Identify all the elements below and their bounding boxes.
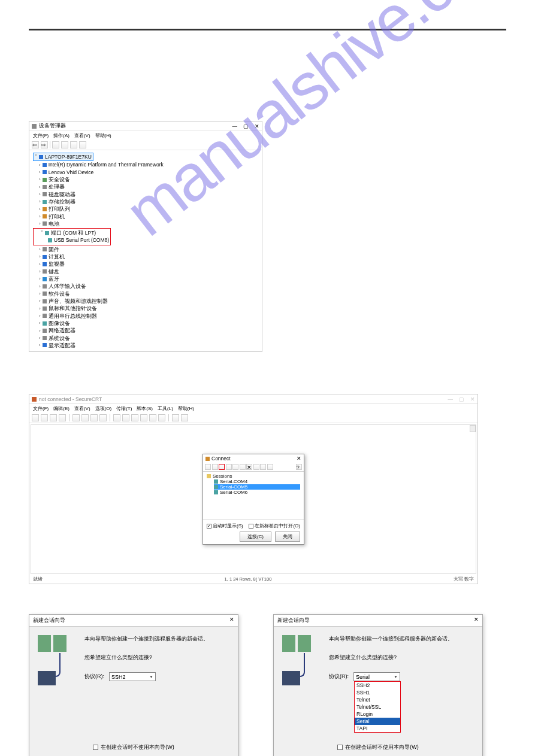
- toolbar-btn[interactable]: [99, 414, 107, 421]
- chk-skip-wizard[interactable]: 在创建会话时不使用本向导(W): [282, 743, 474, 751]
- tree-node[interactable]: ›安全设备: [39, 176, 258, 183]
- menu-transfer[interactable]: 传输(T): [116, 405, 132, 412]
- toolbar-btn[interactable]: [41, 414, 48, 421]
- tree-node[interactable]: ›图像设备: [39, 320, 258, 327]
- menu-help[interactable]: 帮助(H): [178, 405, 194, 412]
- chk-open-tab[interactable]: 在新标签页中打开(O): [249, 523, 300, 529]
- tree-node[interactable]: ›软件设备: [39, 290, 258, 297]
- tree-node[interactable]: ›声音、视频和游戏控制器: [39, 297, 258, 305]
- tb-btn[interactable]: [212, 464, 218, 470]
- tb-btn[interactable]: [240, 464, 246, 470]
- tree-node[interactable]: ›监视器: [39, 260, 258, 268]
- toolbar-btn-4[interactable]: [79, 141, 86, 148]
- tree-node[interactable]: ›系统设备: [39, 335, 258, 342]
- tb-btn[interactable]: [226, 464, 232, 470]
- tree-node[interactable]: ›电池: [39, 220, 258, 227]
- chk-show-startup[interactable]: ✓启动时显示(S): [207, 523, 243, 529]
- toolbar-btn-1[interactable]: [52, 141, 59, 148]
- session-item[interactable]: Serial-COM4: [214, 479, 300, 484]
- tree-node[interactable]: ›蓝牙: [39, 275, 258, 283]
- menu-file[interactable]: 文件(F): [33, 405, 49, 412]
- dropdown-option[interactable]: SSH1: [355, 689, 400, 696]
- menu-file[interactable]: 文件(F): [33, 132, 49, 139]
- tree-node[interactable]: ›Lenovo Vhid Device: [39, 169, 258, 176]
- tb-btn[interactable]: [232, 464, 238, 470]
- connect-button[interactable]: 连接(C): [240, 532, 271, 542]
- close-button[interactable]: ✕: [255, 123, 259, 129]
- maximize-button[interactable]: ▢: [243, 123, 249, 129]
- tb-btn[interactable]: [253, 464, 259, 470]
- toolbar-btn[interactable]: [81, 414, 89, 421]
- dropdown-option[interactable]: RLogin: [355, 711, 400, 718]
- close-dialog-button[interactable]: 关闭: [275, 532, 300, 542]
- sessions-folder[interactable]: Sessions: [207, 473, 300, 479]
- tb-btn-help[interactable]: ?: [296, 464, 302, 470]
- minimize-button[interactable]: —: [448, 396, 454, 402]
- toolbar-btn[interactable]: [90, 414, 98, 421]
- dropdown-option[interactable]: TAPI: [355, 725, 400, 732]
- toolbar-btn[interactable]: [149, 414, 156, 421]
- minimize-button[interactable]: —: [232, 123, 238, 129]
- tree-node[interactable]: ›磁盘驱动器: [39, 191, 258, 198]
- toolbar-btn-2[interactable]: [61, 141, 68, 148]
- tb-btn[interactable]: [260, 464, 266, 470]
- tree-node[interactable]: ›显示适配器: [39, 342, 258, 349]
- toolbar-btn[interactable]: [158, 414, 165, 421]
- tree-node-usb-serial[interactable]: USB Serial Port (COM8): [48, 236, 109, 244]
- tree-node[interactable]: ›人体学输入设备: [39, 283, 258, 290]
- toolbar-btn[interactable]: [140, 414, 147, 421]
- tree-node[interactable]: ›打印机: [39, 213, 258, 220]
- tree-root[interactable]: ˅ LAPTOP-89F1E7KU: [33, 153, 93, 161]
- close-button[interactable]: ✕: [470, 396, 475, 402]
- tree-node[interactable]: ›Intel(R) Dynamic Platform and Thermal F…: [39, 161, 258, 168]
- close-button[interactable]: ✕: [229, 617, 234, 624]
- toolbar-btn[interactable]: [50, 414, 57, 421]
- tb-btn[interactable]: [267, 464, 273, 470]
- menu-edit[interactable]: 编辑(E): [53, 405, 69, 412]
- tb-btn-highlighted[interactable]: [219, 464, 225, 470]
- toolbar-btn[interactable]: [122, 414, 129, 421]
- protocol-select[interactable]: Serial ▼: [353, 672, 400, 681]
- toolbar-btn[interactable]: [72, 414, 80, 421]
- tree-node[interactable]: ›计算机: [39, 253, 258, 260]
- menu-script[interactable]: 脚本(S): [137, 405, 153, 412]
- protocol-select[interactable]: SSH2 ▼: [109, 672, 156, 681]
- tree-node[interactable]: ›处理器: [39, 183, 258, 190]
- nav-back-button[interactable]: ⇦: [32, 141, 39, 148]
- tb-btn[interactable]: ✕: [246, 464, 252, 470]
- dropdown-option[interactable]: Telnet/SSL: [355, 703, 400, 711]
- tree-node[interactable]: ›打印队列: [39, 205, 258, 212]
- toolbar-btn[interactable]: [32, 414, 39, 421]
- dropdown-option[interactable]: SSH2: [355, 682, 400, 689]
- tree-node[interactable]: ›键盘: [39, 268, 258, 275]
- toolbar-btn[interactable]: [172, 414, 179, 421]
- menu-action[interactable]: 操作(A): [53, 132, 69, 139]
- tree-node[interactable]: ›固件: [39, 246, 258, 253]
- menu-view[interactable]: 查看(V): [74, 132, 90, 139]
- close-button[interactable]: ✕: [474, 617, 479, 624]
- menu-options[interactable]: 选项(O): [95, 405, 112, 412]
- session-item-selected[interactable]: Serial-COM5: [214, 484, 300, 490]
- toolbar-btn[interactable]: [113, 414, 120, 421]
- toolbar-btn[interactable]: [181, 414, 188, 421]
- tree-node[interactable]: ›通用串行总线控制器: [39, 312, 258, 320]
- chk-skip-wizard[interactable]: 在创建会话时不使用本向导(W): [38, 743, 229, 751]
- tree-node[interactable]: ›存储控制器: [39, 198, 258, 205]
- toolbar-btn[interactable]: [131, 414, 138, 421]
- tb-btn[interactable]: [205, 464, 211, 470]
- tree-node-ports[interactable]: ˅端口 (COM 和 LPT): [41, 229, 109, 236]
- dropdown-option[interactable]: Telnet: [355, 696, 400, 703]
- maximize-button[interactable]: ▢: [459, 396, 464, 402]
- menu-tools[interactable]: 工具(L): [158, 405, 173, 412]
- session-item[interactable]: Serial-COM6: [214, 490, 300, 495]
- menu-view[interactable]: 查看(V): [74, 405, 90, 412]
- dropdown-option-selected[interactable]: Serial: [355, 718, 400, 725]
- tree-node[interactable]: ›网络适配器: [39, 327, 258, 334]
- nav-fwd-button[interactable]: ⇨: [41, 141, 48, 148]
- toolbar-btn[interactable]: [59, 414, 66, 421]
- tree-node[interactable]: ›鼠标和其他指针设备: [39, 305, 258, 312]
- close-button[interactable]: ✕: [297, 456, 301, 462]
- menu-help[interactable]: 帮助(H): [95, 132, 111, 139]
- scrollbar-top[interactable]: [470, 425, 476, 432]
- toolbar-btn-3[interactable]: [70, 141, 77, 148]
